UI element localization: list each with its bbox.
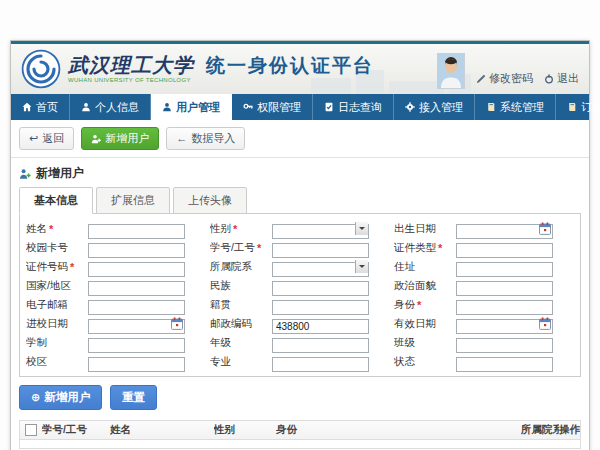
field-input[interactable]: [456, 262, 553, 277]
field-input[interactable]: [456, 281, 553, 296]
field-input[interactable]: [88, 243, 185, 258]
form-field: 邮政编码 *: [210, 316, 390, 331]
form-actions: ⊕ 新增用户 重置: [11, 377, 589, 416]
field-input[interactable]: [456, 357, 553, 372]
nav-tab-label: 订阅管理: [581, 100, 600, 115]
calendar-icon[interactable]: [539, 317, 551, 330]
submit-add-user-button[interactable]: ⊕ 新增用户: [19, 385, 102, 410]
form-field: 状态 *: [394, 354, 574, 369]
form-field: 班级 *: [394, 335, 574, 350]
form-field: 籍贯 *: [210, 297, 390, 312]
form-field: 证件类型 *: [394, 240, 574, 255]
field-label: 邮政编码: [210, 317, 252, 331]
nav-tab-label: 首页: [36, 100, 58, 115]
branding: 武汉理工大学 WUHAN UNIVERSITY OF TECHNOLOGY 统一…: [21, 49, 374, 89]
add-user-icon: [91, 134, 101, 144]
nav-tab-label: 日志查询: [338, 100, 382, 115]
data-import-button[interactable]: ← 数据导入: [166, 127, 245, 150]
field-label: 状态: [394, 355, 415, 369]
form-tab[interactable]: 基本信息: [19, 187, 93, 214]
nav-tab[interactable]: 订阅管理: [556, 94, 600, 120]
form-field: 性别 *: [210, 221, 390, 236]
field-label: 电子邮箱: [26, 298, 68, 312]
field-input[interactable]: [88, 224, 185, 239]
user-avatar[interactable]: [437, 53, 465, 89]
field-label: 证件号码: [26, 260, 68, 274]
home-icon: [22, 102, 32, 112]
nav-tab[interactable]: 首页: [11, 94, 70, 120]
import-arrow-icon: ←: [176, 133, 187, 144]
field-input[interactable]: [272, 357, 369, 372]
nav-tab[interactable]: 接入管理: [394, 94, 475, 120]
header-user-area: 修改密码 退出: [437, 49, 579, 90]
form-field: 校区 *: [26, 354, 206, 369]
field-label: 校园卡号: [26, 241, 68, 255]
form-tab[interactable]: 扩展信息: [96, 187, 170, 214]
table-column-header: 学号/工号: [42, 423, 110, 437]
platform-title: 统一身份认证平台: [206, 53, 374, 79]
form-tab[interactable]: 上传头像: [173, 187, 247, 214]
book-icon: [486, 102, 496, 112]
field-label: 出生日期: [394, 222, 436, 236]
field-label: 有效日期: [394, 317, 436, 331]
plus-circle-icon: ⊕: [31, 392, 40, 403]
field-input[interactable]: [88, 281, 185, 296]
university-name-cn: 武汉理工大学: [68, 55, 194, 75]
nav-tab-label: 权限管理: [257, 100, 301, 115]
field-label: 所属院系: [210, 260, 252, 274]
nav-tab[interactable]: 个人信息: [70, 94, 151, 120]
nav-tab[interactable]: 权限管理: [232, 94, 313, 120]
dropdown-arrow-icon[interactable]: [355, 260, 368, 273]
field-input[interactable]: [272, 243, 369, 258]
section-header: 新增用户: [11, 158, 589, 187]
nav-tab[interactable]: 系统管理: [475, 94, 556, 120]
required-marker: *: [233, 223, 237, 235]
logout-link[interactable]: 退出: [544, 71, 579, 86]
form-grid: 姓名 *: [26, 221, 574, 369]
form-field: 专业 *: [210, 354, 390, 369]
form-tabs: 基本信息 扩展信息 上传头像: [11, 187, 589, 214]
form-field: 有效日期 *: [394, 316, 574, 331]
log-check-icon: [324, 102, 334, 112]
change-password-link[interactable]: 修改密码: [476, 71, 533, 86]
field-label: 校区: [26, 355, 47, 369]
nav-tab-label: 用户管理: [176, 100, 220, 115]
field-label: 证件类型: [394, 241, 436, 255]
return-arrow-icon: ↩: [29, 133, 38, 144]
field-input[interactable]: [88, 300, 185, 315]
field-input[interactable]: [456, 243, 553, 258]
back-button[interactable]: ↩ 返回: [19, 127, 74, 150]
user-icon: [162, 102, 172, 112]
field-input[interactable]: [272, 281, 369, 296]
field-label: 政治面貌: [394, 279, 436, 293]
required-marker: *: [49, 223, 53, 235]
form-field: 电子邮箱 *: [26, 297, 206, 312]
add-user-toolbar-button[interactable]: 新增用户: [81, 127, 159, 150]
field-input[interactable]: [272, 319, 369, 334]
select-all-checkbox[interactable]: [25, 424, 37, 436]
calendar-icon[interactable]: [539, 222, 551, 235]
field-label: 住址: [394, 260, 415, 274]
add-user-section-icon: [19, 168, 31, 180]
field-label: 学号/工号: [210, 241, 255, 255]
field-input[interactable]: [88, 357, 185, 372]
users-table-header: 学号/工号 姓名 性别 身份 所属院系: [20, 421, 580, 440]
university-logo-icon: [21, 49, 61, 89]
field-input[interactable]: [88, 338, 185, 353]
form-field: 所属院系 *: [210, 259, 390, 274]
users-table: 学号/工号 姓名 性别 身份 所属院系: [19, 420, 581, 449]
field-input[interactable]: [272, 300, 369, 315]
field-label: 性别: [210, 222, 231, 236]
field-input[interactable]: [272, 338, 369, 353]
field-input[interactable]: [88, 262, 185, 277]
field-input[interactable]: [456, 300, 553, 315]
dropdown-arrow-icon[interactable]: [355, 222, 368, 235]
skyline-decoration: [389, 81, 444, 94]
main-nav: 首页 个人信息 用户管理 权限管理: [11, 94, 589, 120]
reset-button[interactable]: 重置: [110, 385, 157, 410]
nav-tab[interactable]: 日志查询: [313, 94, 394, 120]
key-icon: [243, 102, 253, 112]
nav-tab[interactable]: 用户管理: [151, 94, 232, 120]
field-input[interactable]: [456, 338, 553, 353]
calendar-icon[interactable]: [171, 317, 183, 330]
